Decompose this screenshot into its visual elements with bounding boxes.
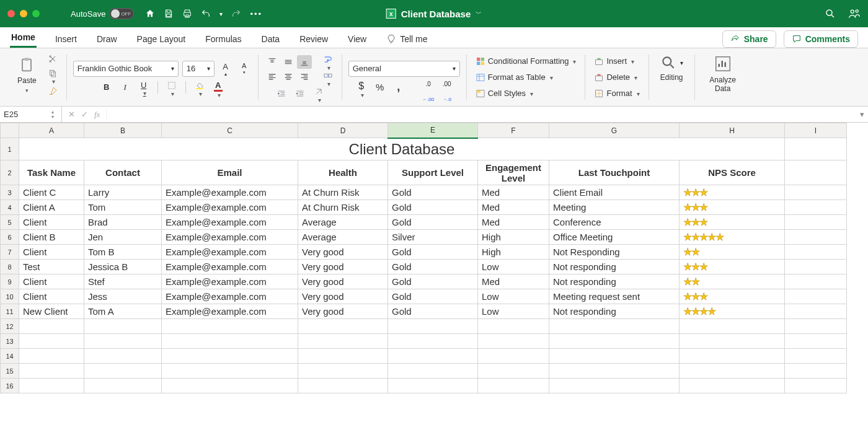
align-center-button[interactable] <box>281 70 296 84</box>
cell[interactable] <box>162 334 298 349</box>
cell[interactable]: ★★★★★ <box>680 230 785 245</box>
cell[interactable]: Engagement Level <box>478 160 549 185</box>
cell[interactable]: Med <box>478 185 549 200</box>
cell[interactable]: Not responding <box>549 304 680 319</box>
cell[interactable]: Jess <box>84 289 162 304</box>
more-icon[interactable]: ••• <box>250 9 262 19</box>
cell[interactable]: Stef <box>84 274 162 289</box>
cell[interactable] <box>785 138 847 160</box>
cell[interactable]: Client A <box>19 200 84 215</box>
font-name-select[interactable]: Franklin Gothic Book▾ <box>73 61 179 77</box>
row-header[interactable]: 1 <box>1 138 19 160</box>
cell[interactable] <box>680 349 785 364</box>
cell[interactable] <box>478 349 549 364</box>
cell[interactable]: Gold <box>388 245 478 260</box>
orientation-button[interactable] <box>311 87 326 100</box>
close-window-icon[interactable] <box>7 10 15 17</box>
cell[interactable]: ★★★ <box>680 185 785 200</box>
cell[interactable] <box>84 334 162 349</box>
borders-button[interactable] <box>164 81 179 94</box>
cell[interactable] <box>298 379 388 393</box>
currency-button[interactable]: $ <box>354 81 369 94</box>
save-icon[interactable] <box>164 9 174 19</box>
undo-chevron-icon[interactable]: ▾ <box>219 11 223 17</box>
align-middle-button[interactable] <box>281 55 296 69</box>
row-header[interactable]: 2 <box>1 160 19 185</box>
cell[interactable] <box>549 379 680 393</box>
cell[interactable] <box>298 319 388 334</box>
cell[interactable] <box>388 364 478 379</box>
cell[interactable]: ★★★ <box>680 260 785 274</box>
cell[interactable]: ★★★ <box>680 289 785 304</box>
tell-me[interactable]: Tell me <box>385 30 428 48</box>
cell[interactable]: Larry <box>84 185 162 200</box>
cell[interactable]: Low <box>478 289 549 304</box>
cell[interactable]: Very good <box>298 274 388 289</box>
cell[interactable]: Very good <box>298 245 388 260</box>
cell[interactable]: At Churn Risk <box>298 200 388 215</box>
cell[interactable]: Not responding <box>549 274 680 289</box>
column-header-B[interactable]: B <box>84 123 162 138</box>
cell[interactable]: Tom A <box>84 304 162 319</box>
column-header-I[interactable]: I <box>785 123 847 138</box>
tab-home[interactable]: Home <box>10 29 37 48</box>
formula-input[interactable] <box>107 107 856 122</box>
cell[interactable] <box>785 160 847 185</box>
share-button[interactable]: Share <box>722 30 776 48</box>
bold-button[interactable]: B <box>99 81 114 94</box>
row-header[interactable]: 14 <box>1 349 19 364</box>
tab-data[interactable]: Data <box>260 30 281 48</box>
cell[interactable]: Average <box>298 230 388 245</box>
insert-cells-button[interactable]: Insert <box>591 54 637 69</box>
align-top-button[interactable] <box>265 55 280 69</box>
row-header[interactable]: 12 <box>1 319 19 334</box>
cell[interactable] <box>388 334 478 349</box>
enter-formula-icon[interactable]: ✓ <box>81 110 88 119</box>
cell[interactable] <box>785 230 847 245</box>
align-bottom-button[interactable] <box>297 55 312 69</box>
row-header[interactable]: 15 <box>1 364 19 379</box>
cell[interactable]: Low <box>478 304 549 319</box>
cell[interactable] <box>785 334 847 349</box>
cell[interactable] <box>478 364 549 379</box>
column-header-A[interactable]: A <box>19 123 84 138</box>
cell[interactable] <box>478 319 549 334</box>
font-size-select[interactable]: 16▾ <box>182 61 215 77</box>
column-header-G[interactable]: G <box>549 123 680 138</box>
cell[interactable]: ★★★ <box>680 200 785 215</box>
cell[interactable] <box>785 319 847 334</box>
cell[interactable]: Example@example.com <box>162 215 298 230</box>
cell[interactable] <box>785 245 847 260</box>
cell[interactable] <box>19 379 84 393</box>
tab-draw[interactable]: Draw <box>95 30 118 48</box>
cell[interactable]: Meeting <box>549 200 680 215</box>
title-dropdown-icon[interactable]: ﹀ <box>476 9 482 18</box>
cell[interactable] <box>785 215 847 230</box>
cell[interactable]: High <box>478 245 549 260</box>
cell[interactable]: Gold <box>388 274 478 289</box>
increase-decimal-button[interactable]: .0←.00 <box>421 81 436 94</box>
share-people-icon[interactable] <box>848 7 861 20</box>
cell[interactable]: Gold <box>388 304 478 319</box>
align-left-button[interactable] <box>265 70 280 84</box>
fullscreen-window-icon[interactable] <box>32 10 40 17</box>
row-header[interactable]: 6 <box>1 230 19 245</box>
cell[interactable] <box>478 334 549 349</box>
increase-indent-button[interactable] <box>293 87 308 100</box>
tab-page-layout[interactable]: Page Layout <box>136 30 187 48</box>
cell[interactable]: NPS Score <box>680 160 785 185</box>
row-header[interactable]: 13 <box>1 334 19 349</box>
cell[interactable]: Health <box>298 160 388 185</box>
cell[interactable]: Very good <box>298 289 388 304</box>
cell[interactable]: Very good <box>298 260 388 274</box>
cell[interactable]: Contact <box>84 160 162 185</box>
cell[interactable] <box>785 304 847 319</box>
cell[interactable] <box>162 379 298 393</box>
format-painter-button[interactable] <box>45 84 60 98</box>
cell[interactable]: Jessica B <box>84 260 162 274</box>
cell[interactable] <box>298 334 388 349</box>
cell[interactable]: Gold <box>388 215 478 230</box>
minimize-window-icon[interactable] <box>20 10 27 17</box>
cell[interactable] <box>84 319 162 334</box>
autosave-switch[interactable]: OFF <box>109 8 134 19</box>
